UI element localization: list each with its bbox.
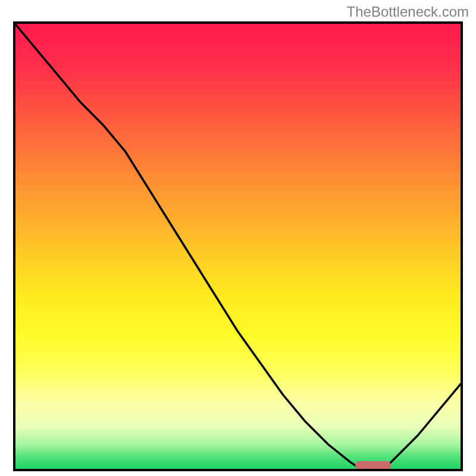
x-axis-line <box>13 469 463 471</box>
chart-container <box>13 21 463 471</box>
optimal-range-marker <box>355 461 391 469</box>
bottleneck-curve-line <box>13 21 463 471</box>
curve-svg <box>13 21 463 471</box>
watermark-text: TheBottleneck.com <box>347 4 469 20</box>
